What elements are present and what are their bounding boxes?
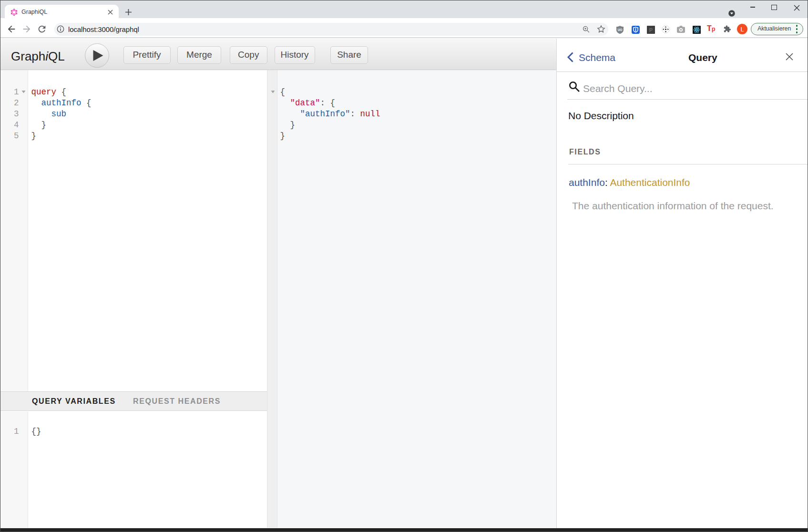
- svg-text:L: L: [740, 26, 744, 33]
- svg-text:UO: UO: [618, 28, 623, 31]
- svg-text:P: P: [649, 27, 653, 32]
